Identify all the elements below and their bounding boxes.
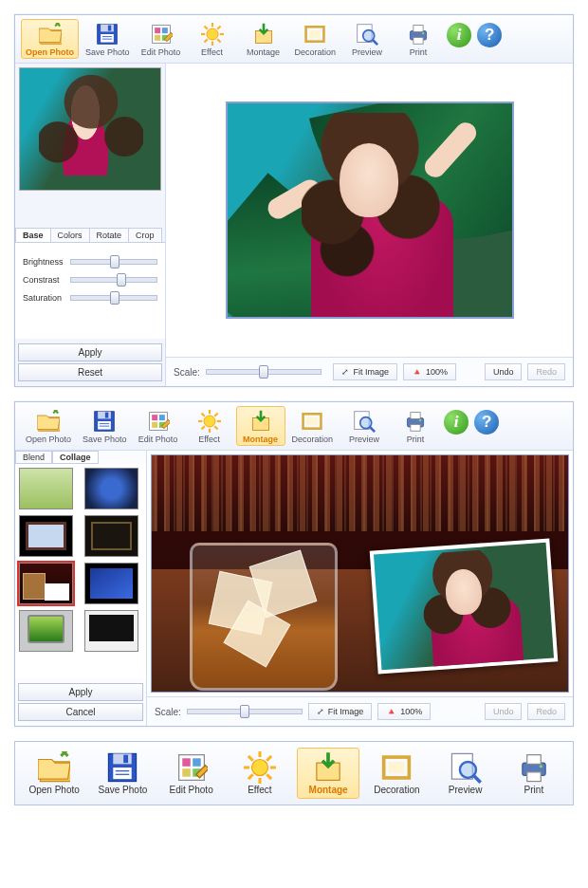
toolbar-label: Open Photo [26,435,71,444]
left-panel: BlendCollage Apply Cancel [15,451,147,726]
fit-image-button[interactable]: ⤢Fit Image [333,363,397,380]
info-icon[interactable]: i [447,23,471,47]
info-icon[interactable]: i [444,410,469,435]
fit-image-button[interactable]: ⤢Fit Image [308,703,373,720]
montage-icon [250,22,277,46]
toolbar-preview[interactable]: Preview [340,406,389,446]
toolbar-edit-photo[interactable]: Edit Photo [134,406,183,446]
montage-canvas[interactable] [151,454,569,693]
toolbar-preview[interactable]: Preview [342,19,392,59]
constrast-slider[interactable] [70,277,157,283]
canvas-area [166,64,573,357]
main-image[interactable] [226,102,514,319]
template-item[interactable] [84,515,138,557]
template-grid [15,464,146,678]
template-item[interactable] [19,468,73,509]
undo-button[interactable]: Undo [485,703,523,720]
toolbar-open-photo[interactable]: Open Photo [21,406,76,446]
scale-slider[interactable] [206,369,322,375]
template-item[interactable] [19,515,73,557]
montage-icon [248,409,274,434]
toolbar-label: Save Photo [85,47,130,57]
toolbar-preview[interactable]: Preview [434,748,497,799]
magnify-icon [354,22,380,46]
toolbar-print[interactable]: Print [394,19,443,59]
toolbar-montage[interactable]: Montage [297,748,359,799]
template-item[interactable] [19,610,73,652]
montage-icon [311,751,345,784]
brightness-slider[interactable] [70,259,157,265]
source-thumbnail[interactable] [19,67,161,191]
tab-colors[interactable]: Colors [50,228,90,242]
toolbar-label: Montage [243,435,278,444]
toolbar-label: Montage [247,47,280,57]
toolbar-effect[interactable]: Effect [229,748,291,799]
toolbar-label: Print [407,435,425,444]
tab-base[interactable]: Base [15,228,51,242]
edit-tabs: BaseColorsRotateCrop [15,228,165,243]
zoom-100-button[interactable]: 🔺100% [377,703,431,720]
template-item[interactable] [84,468,138,509]
toolbar-print[interactable]: Print [503,748,565,799]
toolbar-decoration[interactable]: Decoration [365,748,428,799]
toolbar-decoration[interactable]: Decoration [287,406,339,446]
toolbar-save-photo[interactable]: Save Photo [81,19,135,59]
toolbar-open-photo[interactable]: Open Photo [23,748,85,799]
magnify-icon [351,409,377,434]
slider-row-constrast: Constrast [23,275,157,285]
toolbar-label: Open Photo [26,47,74,57]
floppy-icon [91,409,118,434]
toolbar-montage[interactable]: Montage [239,19,288,59]
apply-button[interactable]: Apply [18,683,143,701]
toolbar-edit-photo[interactable]: Edit Photo [137,19,186,59]
template-item-selected[interactable] [19,563,73,604]
scale-slider[interactable] [187,709,303,714]
toolbar-save-photo[interactable]: Save Photo [78,406,132,446]
inserted-photo[interactable] [370,539,559,675]
toolbar-label: Print [410,47,428,57]
thumbnail-area [15,64,165,199]
sun-icon [243,751,277,784]
toolbar-label: Effect [198,435,220,444]
tab-rotate[interactable]: Rotate [89,228,130,242]
help-icon[interactable]: ? [474,410,499,435]
right-panel: Scale: ⤢Fit Image 🔺100% Undo Redo [147,451,573,726]
toolbar-effect[interactable]: Effect [188,19,237,59]
toolbar-edit-photo[interactable]: Edit Photo [160,748,223,799]
reset-button[interactable]: Reset [18,363,162,381]
toolbar-save-photo[interactable]: Save Photo [91,748,154,799]
template-item[interactable] [84,563,138,604]
frame-icon [379,751,413,784]
printer-icon [517,751,551,784]
toolbar-label: Preview [349,435,379,444]
printer-icon [405,22,432,46]
toolbar-montage[interactable]: Montage [236,406,285,446]
template-item[interactable] [84,610,138,652]
toolbar-label: Effect [201,47,223,57]
help-icon[interactable]: ? [477,23,502,47]
apply-button[interactable]: Apply [18,343,162,361]
redo-button[interactable]: Redo [527,363,565,380]
toolbar-open-photo[interactable]: Open Photo [21,19,79,59]
toolbar-label: Save Photo [99,785,148,795]
edit-icon [148,22,175,46]
saturation-slider[interactable] [70,295,157,301]
slider-label: Brightness [23,257,70,267]
scale-label: Scale: [155,707,181,717]
cancel-button[interactable]: Cancel [18,703,143,721]
undo-button[interactable]: Undo [485,363,523,380]
toolbar-print[interactable]: Print [391,406,440,446]
scale-label: Scale: [174,367,200,378]
left-panel: BaseColorsRotateCrop Brightness Constras… [15,64,166,386]
edit-icon [145,409,172,434]
zoom-100-button[interactable]: 🔺100% [403,363,456,380]
tab-crop[interactable]: Crop [128,228,162,242]
subtab-collage[interactable]: Collage [52,451,99,464]
toolbar-decoration[interactable]: Decoration [290,19,341,59]
subtab-blend[interactable]: Blend [15,451,52,464]
montage-tabs: BlendCollage [15,451,146,464]
frame-icon [299,409,325,434]
toolbar-effect[interactable]: Effect [185,406,234,446]
floppy-icon [94,22,120,46]
redo-button[interactable]: Redo [527,703,565,720]
